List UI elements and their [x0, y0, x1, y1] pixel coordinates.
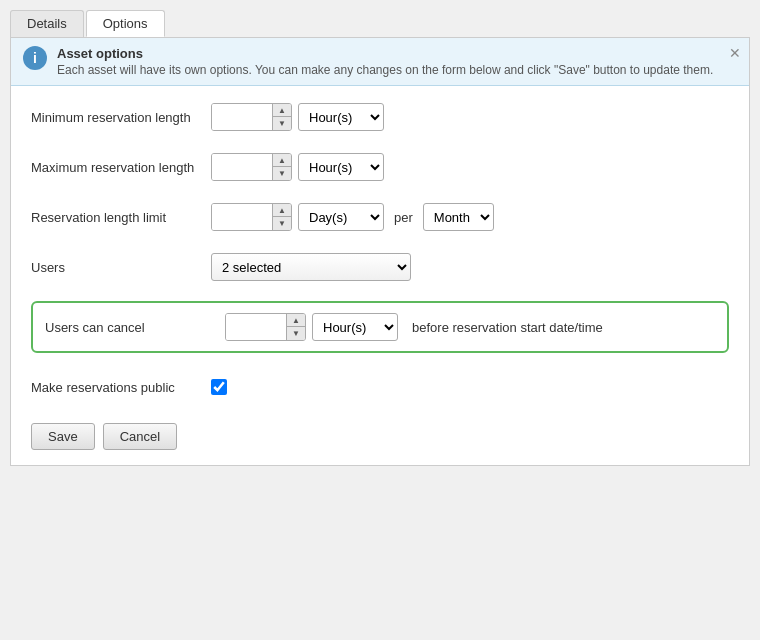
- users-row: Users 2 selected: [31, 251, 729, 283]
- info-text: Asset options Each asset will have its o…: [57, 46, 737, 77]
- max-reservation-spinner: 40 ▲ ▼: [211, 153, 292, 181]
- main-container: Details Options i Asset options Each ass…: [0, 0, 760, 640]
- tab-details[interactable]: Details: [10, 10, 84, 37]
- info-title: Asset options: [57, 46, 737, 61]
- users-cancel-controls: 24 ▲ ▼ Hour(s) Day(s) Week(s) Month(s) b…: [225, 313, 603, 341]
- min-reservation-up[interactable]: ▲: [273, 104, 291, 117]
- close-button[interactable]: ✕: [729, 46, 741, 60]
- max-reservation-arrows: ▲ ▼: [272, 154, 291, 180]
- max-reservation-row: Maximum reservation length 40 ▲ ▼ Hour(s…: [31, 151, 729, 183]
- reservation-limit-label: Reservation length limit: [31, 210, 211, 225]
- users-cancel-down[interactable]: ▼: [287, 327, 305, 340]
- users-cancel-text: before reservation start date/time: [412, 320, 603, 335]
- min-reservation-input[interactable]: 8: [212, 104, 272, 130]
- reservation-limit-up[interactable]: ▲: [273, 204, 291, 217]
- reservation-limit-unit[interactable]: Hour(s) Day(s) Week(s) Month(s): [298, 203, 384, 231]
- info-icon: i: [23, 46, 47, 70]
- users-controls: 2 selected: [211, 253, 411, 281]
- reservation-limit-down[interactable]: ▼: [273, 217, 291, 230]
- min-reservation-arrows: ▲ ▼: [272, 104, 291, 130]
- min-reservation-row: Minimum reservation length 8 ▲ ▼ Hour(s)…: [31, 101, 729, 133]
- tabs: Details Options: [10, 10, 750, 37]
- min-reservation-down[interactable]: ▼: [273, 117, 291, 130]
- reservation-limit-input[interactable]: 5: [212, 204, 272, 230]
- users-cancel-row: Users can cancel 24 ▲ ▼ Hour(s) Day(s) W…: [31, 301, 729, 353]
- users-cancel-arrows: ▲ ▼: [286, 314, 305, 340]
- cancel-button[interactable]: Cancel: [103, 423, 177, 450]
- reservation-limit-period[interactable]: Day Week Month Year: [423, 203, 494, 231]
- max-reservation-up[interactable]: ▲: [273, 154, 291, 167]
- min-reservation-unit[interactable]: Hour(s) Day(s) Week(s) Month(s): [298, 103, 384, 131]
- info-banner: i Asset options Each asset will have its…: [11, 38, 749, 86]
- reservation-limit-row: Reservation length limit 5 ▲ ▼ Hour(s) D…: [31, 201, 729, 233]
- reservation-limit-arrows: ▲ ▼: [272, 204, 291, 230]
- per-label: per: [394, 210, 413, 225]
- button-row: Save Cancel: [31, 423, 729, 450]
- save-button[interactable]: Save: [31, 423, 95, 450]
- min-reservation-controls: 8 ▲ ▼ Hour(s) Day(s) Week(s) Month(s): [211, 103, 384, 131]
- users-select[interactable]: 2 selected: [211, 253, 411, 281]
- users-cancel-unit[interactable]: Hour(s) Day(s) Week(s) Month(s): [312, 313, 398, 341]
- form-area: Minimum reservation length 8 ▲ ▼ Hour(s)…: [11, 86, 749, 465]
- make-public-row: Make reservations public: [31, 371, 729, 403]
- users-label: Users: [31, 260, 211, 275]
- make-public-checkbox[interactable]: [211, 379, 227, 395]
- users-cancel-up[interactable]: ▲: [287, 314, 305, 327]
- max-reservation-controls: 40 ▲ ▼ Hour(s) Day(s) Week(s) Month(s): [211, 153, 384, 181]
- reservation-limit-controls: 5 ▲ ▼ Hour(s) Day(s) Week(s) Month(s) pe…: [211, 203, 494, 231]
- reservation-limit-spinner: 5 ▲ ▼: [211, 203, 292, 231]
- max-reservation-input[interactable]: 40: [212, 154, 272, 180]
- min-reservation-label: Minimum reservation length: [31, 110, 211, 125]
- make-public-label: Make reservations public: [31, 380, 211, 395]
- max-reservation-label: Maximum reservation length: [31, 160, 211, 175]
- make-public-controls: [211, 379, 227, 395]
- tab-options[interactable]: Options: [86, 10, 165, 37]
- max-reservation-down[interactable]: ▼: [273, 167, 291, 180]
- min-reservation-spinner: 8 ▲ ▼: [211, 103, 292, 131]
- options-panel: i Asset options Each asset will have its…: [10, 37, 750, 466]
- max-reservation-unit[interactable]: Hour(s) Day(s) Week(s) Month(s): [298, 153, 384, 181]
- users-cancel-input[interactable]: 24: [226, 314, 286, 340]
- users-cancel-spinner: 24 ▲ ▼: [225, 313, 306, 341]
- info-description: Each asset will have its own options. Yo…: [57, 63, 737, 77]
- users-cancel-label: Users can cancel: [45, 320, 225, 335]
